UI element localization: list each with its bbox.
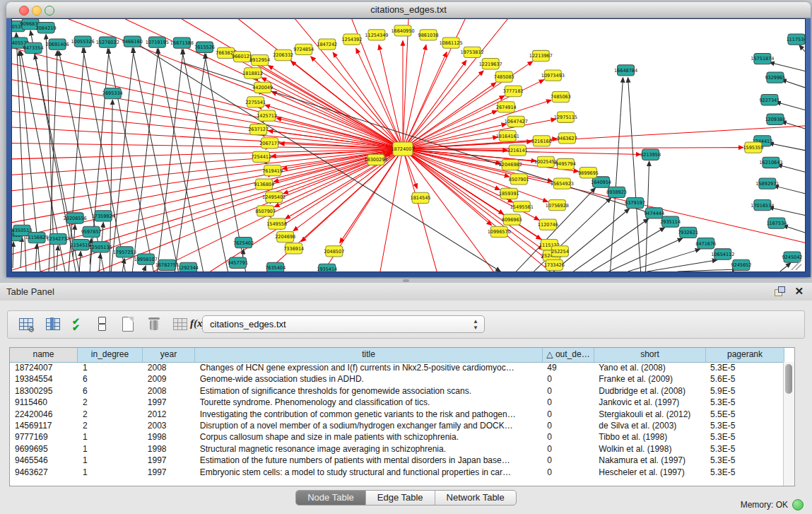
graph-node[interactable]: 1859391	[499, 188, 519, 199]
column-header-4[interactable]: △ out_de…	[543, 348, 594, 362]
graph-node[interactable]: 4420049	[252, 82, 273, 93]
vertical-scrollbar[interactable]	[783, 362, 794, 486]
graph-node[interactable]: 8096963	[502, 214, 522, 225]
table-row[interactable]: 1938455462009Genome-wide association stu…	[10, 373, 784, 385]
graph-node[interactable]: 7485063	[551, 92, 571, 103]
graph-node[interactable]: 10861125	[440, 37, 463, 48]
graph-node[interactable]: 15276022	[96, 37, 119, 47]
graph-node[interactable]: 9495794	[555, 158, 576, 169]
graph-node[interactable]: 7336914	[283, 243, 304, 254]
graph-node[interactable]: 7485083	[494, 71, 514, 82]
graph-node[interactable]: 2206332	[273, 49, 293, 60]
graph-node[interactable]: 12975115	[554, 112, 577, 122]
graph-node[interactable]: 17016534	[751, 200, 774, 211]
graph-node[interactable]: 3216141	[507, 145, 528, 156]
graph-node[interactable]: 15751874	[751, 53, 774, 64]
graph-node[interactable]: 9861038	[418, 30, 439, 40]
graph-node[interactable]: 9463627	[557, 133, 577, 144]
graph-node[interactable]: 22046982	[499, 159, 522, 170]
graph-node[interactable]: 3777181	[503, 86, 524, 96]
graph-node[interactable]: 7615526	[194, 42, 215, 52]
graph-node[interactable]: 15495561	[510, 201, 534, 212]
graph-node[interactable]: 9245042	[782, 252, 802, 262]
graph-node[interactable]: 9474444	[644, 208, 664, 218]
graph-node[interactable]: 16782753	[155, 259, 179, 270]
graph-node[interactable]: 1167534	[766, 218, 787, 228]
graph-node[interactable]: 1814545	[411, 192, 431, 203]
graph-node[interactable]: 18724007	[391, 142, 414, 156]
graph-node[interactable]: 9466160	[122, 36, 143, 47]
graph-node[interactable]: 1733426	[544, 259, 565, 270]
graph-node[interactable]: 9473354	[23, 42, 44, 53]
graph-node[interactable]: 20206556	[64, 213, 87, 223]
graph-node[interactable]: 1935414	[317, 264, 337, 271]
graph-node[interactable]: 15892971	[755, 178, 779, 189]
graph-node[interactable]: 2084219	[36, 23, 57, 33]
graph-node[interactable]: 17359924	[92, 211, 115, 221]
graph-node[interactable]: 12505135	[89, 242, 112, 252]
graph-node[interactable]: 12495402	[262, 192, 286, 202]
graph-node[interactable]: 252254	[551, 246, 569, 257]
graph-node[interactable]: 1117534	[786, 34, 805, 45]
graph-node[interactable]: 12219637	[479, 59, 502, 69]
graph-node[interactable]: 7625402	[233, 238, 254, 248]
graph-node[interactable]: 17957253	[113, 247, 136, 257]
graph-node[interactable]: 16210643	[759, 157, 782, 168]
graph-node[interactable]: 2048507	[324, 246, 344, 257]
graph-node[interactable]: 1425712	[257, 110, 277, 121]
show-column-icon[interactable]	[45, 316, 61, 333]
table-row[interactable]: 1830029562008Estimation of significance …	[10, 385, 784, 397]
graph-node[interactable]: 8213958	[640, 149, 661, 160]
graph-node[interactable]: 7635404	[265, 262, 286, 271]
graph-node[interactable]: 9597857	[81, 226, 102, 237]
graph-node[interactable]: 1154519	[71, 240, 91, 250]
network-table-select[interactable]: citations_edges.txt ▲▼	[202, 315, 485, 333]
graph-node[interactable]: 6379197	[625, 197, 645, 208]
graph-node[interactable]: 11254349	[365, 30, 388, 40]
graph-node[interactable]: 10756928	[546, 200, 569, 211]
graph-node[interactable]: 10647427	[505, 116, 528, 127]
graph-node[interactable]: 2674914	[496, 102, 517, 112]
table-row[interactable]: 1872400712008Changes of HCN gene express…	[10, 362, 784, 373]
table-row[interactable]: 1456911722003Disruption of a novel membe…	[10, 420, 784, 431]
graph-node[interactable]: 2695334	[102, 88, 123, 98]
rows-icon[interactable]	[94, 316, 111, 333]
graph-node[interactable]: 19753812	[461, 47, 484, 57]
column-header-0[interactable]: name	[10, 348, 78, 362]
table-row[interactable]: 946554611997Estimation of the future num…	[10, 455, 784, 466]
graph-node[interactable]: 16671388	[170, 37, 194, 48]
new-document-icon[interactable]	[119, 316, 136, 333]
graph-node[interactable]: 7619419	[262, 165, 283, 176]
graph-node[interactable]: 1818812	[242, 68, 263, 78]
select-all-icon[interactable]: ✔✔	[71, 316, 88, 333]
graph-node[interactable]: 10996570	[488, 226, 511, 237]
graph-node[interactable]: 9457791	[228, 257, 248, 268]
graph-node[interactable]: 12213967	[529, 50, 553, 61]
graph-node[interactable]: 10055326	[71, 36, 95, 47]
graph-node[interactable]: 9899695	[578, 168, 599, 178]
graph-node[interactable]: 16648784	[614, 65, 637, 76]
table-row[interactable]: 911546021997Tourette syndrome. Phenomeno…	[10, 397, 784, 408]
graph-node[interactable]: 3216160	[531, 136, 552, 146]
float-panel-icon[interactable]	[775, 286, 785, 296]
graph-node[interactable]: 1847242	[317, 39, 337, 49]
graph-node[interactable]: 12342737	[47, 233, 70, 244]
delete-icon[interactable]	[146, 316, 163, 333]
graph-node[interactable]: 2275541	[245, 97, 266, 107]
graph-node[interactable]: 1292344	[178, 262, 199, 271]
table-row[interactable]: 2242004622012Investigating the contribut…	[10, 409, 784, 420]
graph-node[interactable]: 19958107	[134, 254, 158, 264]
table-row[interactable]: 977716911998Corpus callosum shape and si…	[10, 431, 784, 443]
graph-node[interactable]: 7254412	[251, 151, 271, 162]
graph-node[interactable]: 10973493	[541, 70, 565, 81]
table-row[interactable]: 946362711997Embryonic stem cells: a mode…	[10, 467, 784, 478]
graph-node[interactable]: 11156829	[25, 232, 49, 243]
graph-node[interactable]: 1209388	[765, 114, 785, 124]
graph-node[interactable]: 9245652	[731, 259, 751, 270]
graph-node[interactable]: 2204698	[275, 231, 295, 242]
graph-node[interactable]: 18300295	[364, 154, 387, 165]
graph-node[interactable]: 2935114	[660, 216, 681, 227]
window-titlebar[interactable]: citations_edges.txt	[6, 2, 811, 18]
column-header-5[interactable]: short	[594, 348, 706, 362]
graph-node[interactable]: 9329965	[765, 72, 785, 83]
